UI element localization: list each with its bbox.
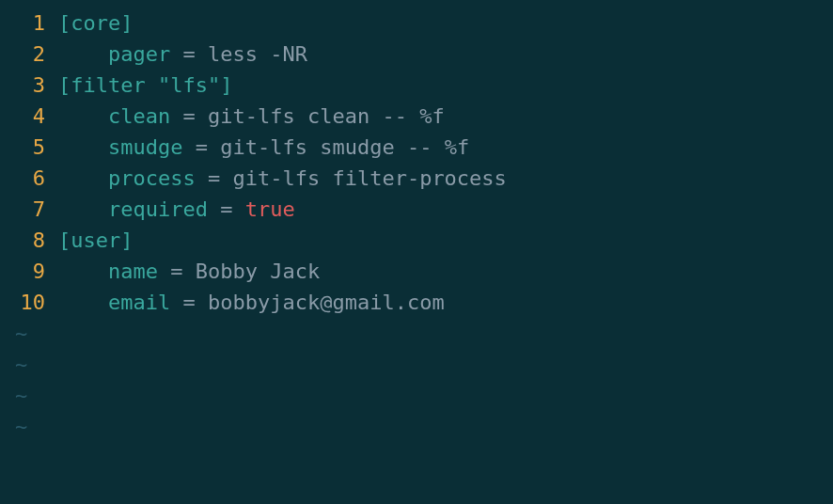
line-number: 7: [4, 194, 58, 225]
line-content[interactable]: [core]: [58, 8, 133, 39]
token-equals: =: [182, 135, 220, 159]
token-key: email: [108, 291, 170, 314]
empty-line-tilde: ~: [4, 411, 829, 442]
line-number: 6: [4, 163, 58, 194]
empty-line-tilde: ~: [4, 380, 829, 411]
token-key: clean: [108, 104, 170, 128]
token-equals: =: [158, 260, 196, 283]
token-value: [58, 291, 108, 314]
token-key: required: [108, 197, 208, 221]
code-line[interactable]: 3[filter "lfs"]: [4, 70, 829, 101]
token-value: git-lfs clean -- %f: [208, 104, 445, 128]
code-line[interactable]: 7 required = true: [4, 194, 829, 225]
code-line[interactable]: 4 clean = git-lfs clean -- %f: [4, 101, 829, 132]
token-key: name: [108, 260, 158, 283]
line-content[interactable]: smudge = git-lfs smudge -- %f: [58, 132, 469, 163]
token-key: process: [108, 166, 196, 190]
token-value: git-lfs smudge -- %f: [220, 135, 469, 159]
token-value: [58, 260, 108, 283]
token-section-bracket: [core]: [58, 11, 133, 35]
token-bool-true: true: [245, 197, 295, 221]
tilde-icon: ~: [4, 318, 27, 349]
line-content[interactable]: email = bobbyjack@gmail.com: [58, 287, 445, 318]
line-content[interactable]: [user]: [58, 225, 133, 256]
line-content[interactable]: process = git-lfs filter-process: [58, 163, 507, 194]
line-content[interactable]: pager = less -NR: [58, 39, 307, 70]
token-value: [58, 197, 108, 221]
token-section-bracket: ]: [220, 73, 232, 97]
tilde-icon: ~: [4, 380, 27, 411]
line-number: 4: [4, 101, 58, 132]
token-key: pager: [108, 42, 170, 66]
token-equals: =: [170, 291, 208, 314]
line-content[interactable]: name = Bobby Jack: [58, 256, 320, 287]
line-content[interactable]: [filter "lfs"]: [58, 70, 232, 101]
token-value: [58, 166, 108, 190]
token-value: Bobby Jack: [196, 260, 320, 283]
code-line[interactable]: 10 email = bobbyjack@gmail.com: [4, 287, 829, 318]
line-number: 1: [4, 8, 58, 39]
line-content[interactable]: clean = git-lfs clean -- %f: [58, 101, 445, 132]
empty-line-tilde: ~: [4, 318, 829, 349]
token-value: [58, 135, 108, 159]
line-number: 10: [4, 287, 58, 318]
token-equals: =: [170, 104, 208, 128]
token-equals: =: [208, 197, 245, 221]
token-equals: =: [170, 42, 208, 66]
code-line[interactable]: 8[user]: [4, 225, 829, 256]
token-value: bobbyjack@gmail.com: [208, 291, 445, 314]
code-line[interactable]: 2 pager = less -NR: [4, 39, 829, 70]
line-number: 5: [4, 132, 58, 163]
token-section-bracket: [user]: [58, 228, 133, 252]
token-section-string: "lfs": [158, 73, 220, 97]
token-equals: =: [196, 166, 233, 190]
token-key: smudge: [108, 135, 182, 159]
code-line[interactable]: 6 process = git-lfs filter-process: [4, 163, 829, 194]
code-line[interactable]: 1[core]: [4, 8, 829, 39]
line-number: 9: [4, 256, 58, 287]
code-line[interactable]: 9 name = Bobby Jack: [4, 256, 829, 287]
token-section-bracket: [filter: [58, 73, 158, 97]
vim-editor[interactable]: 1[core]2 pager = less -NR3[filter "lfs"]…: [4, 8, 829, 442]
line-number: 2: [4, 39, 58, 70]
tilde-icon: ~: [4, 349, 27, 380]
tilde-icon: ~: [4, 411, 27, 442]
line-number: 8: [4, 225, 58, 256]
line-content[interactable]: required = true: [58, 194, 295, 225]
empty-line-tilde: ~: [4, 349, 829, 380]
token-value: [58, 104, 108, 128]
token-value: git-lfs filter-process: [232, 166, 506, 190]
token-value: [58, 42, 108, 66]
line-number: 3: [4, 70, 58, 101]
code-line[interactable]: 5 smudge = git-lfs smudge -- %f: [4, 132, 829, 163]
token-value: less -NR: [208, 42, 307, 66]
